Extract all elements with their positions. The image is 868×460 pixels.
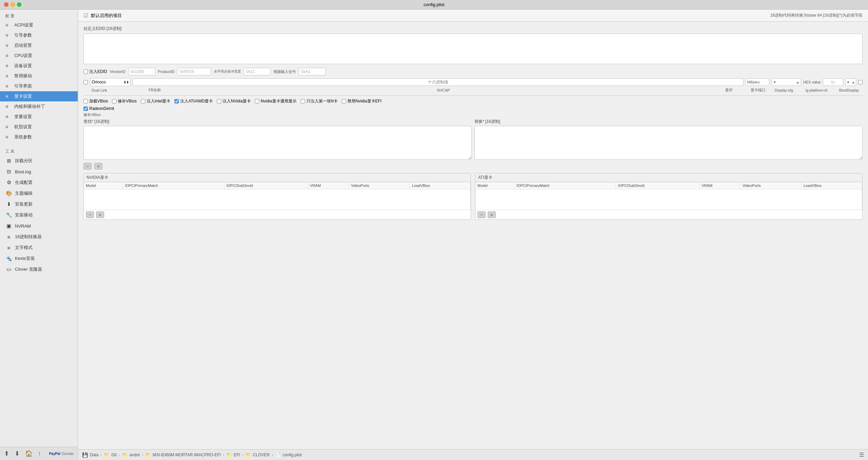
- hex-display-input[interactable]: 0x: [823, 78, 843, 86]
- inject-ati-check-label[interactable]: 注入ATI/AMD显卡: [174, 98, 213, 104]
- inject-first-n-checkbox[interactable]: [301, 99, 305, 103]
- sidebar-item-model[interactable]: ≡ 机型设置: [0, 122, 78, 132]
- breadcrumb-menu-icon[interactable]: ☰: [859, 452, 864, 458]
- sidebar-item-gpu[interactable]: ≡ 显卡设置: [0, 91, 78, 101]
- replace-label: 替换* [16进制]: [474, 119, 863, 124]
- sidebar-item-disabled-drv[interactable]: ≡ 禁用驱动: [0, 71, 78, 81]
- default-enabled-section: ☑ 默认启用的项目: [83, 12, 122, 19]
- cpu-icon: ≡: [5, 53, 12, 58]
- find-section: 查找* [16进制]: [83, 119, 472, 161]
- inject-first-n-label: 只注入第一张N卡: [306, 98, 338, 104]
- sidebar-btn-2[interactable]: ⬇: [15, 450, 20, 457]
- sidebar-item-boot-ui[interactable]: ≡ 引导界面: [0, 81, 78, 91]
- tool-install-drv[interactable]: 🔧 安装驱动: [0, 210, 78, 221]
- patch-vbios-label: 修补VBios: [118, 98, 136, 104]
- ati-plus-btn[interactable]: +: [488, 211, 496, 218]
- tool-kexts[interactable]: 🔩 Kexts安装: [0, 253, 78, 264]
- inject-edid-check-label[interactable]: 注入EDID: [83, 69, 107, 75]
- product-id-input[interactable]: 0x9XXX: [177, 68, 211, 75]
- nvidia-common-check-label[interactable]: Nvidia显卡通用显示: [255, 98, 296, 104]
- find-replace-minus-btn[interactable]: −: [83, 163, 92, 170]
- patch-vbios-check-label[interactable]: 修补VBios: [112, 98, 136, 104]
- sidebar-btn-share[interactable]: ↑: [38, 450, 41, 457]
- install-drv-icon: 🔧: [5, 212, 12, 218]
- labels-row: Dual Link FB名称 NVCAP 显存 显卡端口 Display-cfg…: [83, 88, 863, 93]
- sidebar-item-sysparams[interactable]: ≡ 系统参数: [0, 132, 78, 142]
- tool-theme-editor[interactable]: 🎨 主题编辑: [0, 188, 78, 199]
- disable-nvidia-efi-check-label[interactable]: 禁用Nvidia显卡EFI: [342, 98, 381, 104]
- close-button[interactable]: [4, 2, 8, 7]
- load-vbios-checkbox[interactable]: [83, 99, 88, 103]
- inject-ati-checkbox[interactable]: [174, 99, 179, 103]
- h-sync-label: 水平同步脉冲宽度: [214, 69, 241, 74]
- load-vbios-check-label[interactable]: 加载VBios: [83, 98, 108, 104]
- inject-nvidia-check-label[interactable]: 注入NVidia显卡: [217, 98, 251, 104]
- mbytes-down-btn[interactable]: ▼: [772, 79, 778, 85]
- ati-minus-btn[interactable]: −: [477, 211, 486, 218]
- sidebar-item-cpu[interactable]: ≡ CPU设置: [0, 51, 78, 61]
- maximize-button[interactable]: [17, 2, 21, 7]
- inject-intel-check-label[interactable]: 注入Intel显卡: [141, 98, 171, 104]
- donate-label[interactable]: Donate: [62, 452, 74, 456]
- mount-label: 挂载分区: [15, 158, 33, 164]
- sidebar-item-device[interactable]: ≡ 设备设置: [0, 61, 78, 71]
- boot-display-up[interactable]: ▲: [851, 79, 856, 85]
- gpu-sections: NVIDIA显卡 Model IOPCIPrimaryMatch IOPCISu…: [83, 173, 863, 220]
- inject-edid-checkbox[interactable]: [83, 70, 88, 74]
- tool-clover-clone[interactable]: ▭ Clover 克隆器: [0, 264, 78, 275]
- tool-gen-config[interactable]: ⚙ 生成配置: [0, 177, 78, 188]
- fb-dropdown-arrow: ⬆⬇: [124, 80, 129, 84]
- tool-install-update[interactable]: ⬇ 安装更新: [0, 199, 78, 210]
- tool-bootlog[interactable]: ⊟ Boot.log: [0, 166, 78, 177]
- nvidia-plus-btn[interactable]: +: [96, 211, 104, 218]
- config-section-title: 配 置: [0, 9, 78, 20]
- ati-col-vram: VRAM: [699, 182, 740, 189]
- sidebar-item-kernel[interactable]: ≡ 内核和驱动补丁: [0, 101, 78, 112]
- sidebar-item-boot-args[interactable]: ≡ 引导参数: [0, 30, 78, 40]
- disable-nvidia-efi-checkbox[interactable]: [342, 99, 346, 103]
- patch-vbios-checkbox[interactable]: [112, 99, 116, 103]
- fb-name-select[interactable]: Orinoco ⬆⬇: [90, 78, 131, 86]
- inject-first-n-check-label[interactable]: 只注入第一张N卡: [301, 98, 338, 104]
- ati-col-subdev: IOPCISubDevId: [616, 182, 699, 189]
- radeon-deinit-checkbox[interactable]: [83, 107, 88, 111]
- sidebar-item-vars[interactable]: ≡ 变量设置: [0, 112, 78, 122]
- find-textarea[interactable]: [83, 126, 472, 160]
- radeon-deinit-check-label[interactable]: RadeonDeInit: [83, 106, 114, 111]
- sidebar-btn-home[interactable]: 🏠: [25, 450, 33, 457]
- tool-nvram[interactable]: ▣ NVRAM: [0, 221, 78, 231]
- video-signal-input[interactable]: 0xA1: [299, 68, 326, 75]
- nvidia-minus-btn[interactable]: −: [86, 211, 94, 218]
- load-vbios-label: 加载VBios: [89, 98, 108, 104]
- h-sync-input[interactable]: 0x11: [244, 68, 271, 75]
- sidebar-btn-1[interactable]: ⬆: [4, 450, 9, 457]
- mbytes-stepper[interactable]: ▼ ▲: [771, 78, 801, 86]
- nvidia-col-primary: IOPCIPrimaryMatch: [123, 182, 224, 189]
- model-icon: ≡: [5, 124, 12, 130]
- vendor-id-input[interactable]: 0x1006: [128, 68, 155, 75]
- inject-intel-checkbox[interactable]: [141, 99, 145, 103]
- boot-display-stepper[interactable]: ▼ ▲: [845, 78, 856, 86]
- boot-display-down[interactable]: ▼: [846, 79, 851, 85]
- clover-clone-icon: ▭: [5, 266, 12, 273]
- sidebar-item-acpi[interactable]: ≡ ACPI设置: [0, 20, 78, 30]
- tool-hex-conv[interactable]: ≡ 16进制转换器: [0, 231, 78, 242]
- nvidia-gpu-empty-row: [84, 189, 471, 210]
- edid-textarea[interactable]: [83, 34, 863, 64]
- replace-textarea[interactable]: [474, 126, 863, 160]
- hex-value-input[interactable]: [133, 78, 743, 86]
- inject-nvidia-checkbox[interactable]: [217, 99, 221, 103]
- minimize-button[interactable]: [11, 2, 15, 7]
- fb-checkbox[interactable]: [83, 80, 88, 84]
- sidebar-item-boot-bg[interactable]: ≡ 启动背景: [0, 40, 78, 51]
- display-cfg-col-label: Display-cfg: [770, 88, 797, 92]
- boot-display-checkbox[interactable]: [858, 80, 863, 84]
- install-drv-label: 安装驱动: [15, 212, 33, 218]
- mbytes-up-btn[interactable]: ▲: [795, 79, 801, 85]
- find-replace-pm-row: − +: [83, 163, 863, 170]
- tool-text-mode[interactable]: ≡ 文字模式: [0, 242, 78, 253]
- tool-mount[interactable]: ⊞ 挂载分区: [0, 155, 78, 166]
- find-replace-plus-btn[interactable]: +: [94, 163, 102, 170]
- nvidia-common-checkbox[interactable]: [255, 99, 259, 103]
- ati-col-loadvbios: LoadVBios: [801, 182, 862, 189]
